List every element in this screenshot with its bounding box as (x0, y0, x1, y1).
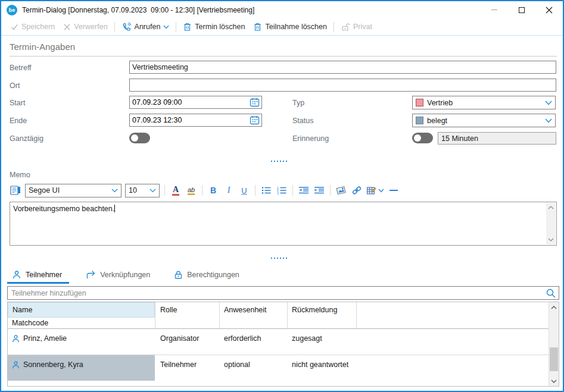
unlock-icon (341, 22, 350, 32)
trash-icon (253, 22, 262, 32)
type-color-swatch (416, 99, 423, 106)
close-button[interactable] (535, 1, 563, 18)
all-day-toggle[interactable] (129, 133, 150, 143)
scroll-up-button[interactable] (549, 302, 559, 312)
memo-label: Memo (10, 171, 30, 179)
toolbar-separator (292, 185, 293, 196)
chevron-down-icon (378, 189, 384, 193)
section-expander[interactable] (271, 161, 287, 162)
scrollbar-thumb[interactable] (550, 347, 558, 371)
delete-appointment-button[interactable]: Termin löschen (179, 20, 249, 34)
column-header-name[interactable]: Name (8, 302, 155, 318)
all-day-label: Ganztägig (10, 134, 43, 143)
calendar-icon[interactable] (250, 98, 260, 107)
memo-editor-icon[interactable] (10, 184, 21, 196)
font-family-select[interactable]: Segoe UI (25, 184, 121, 197)
minimize-button[interactable] (481, 1, 508, 18)
type-label: Typ (292, 99, 304, 107)
highlight-color-button[interactable]: ab (185, 184, 197, 197)
column-header-rueckmeldung[interactable]: Rückmeldung (292, 302, 337, 318)
tab-verknuepfungen-label: Verknüpfungen (100, 271, 150, 279)
numbered-list-button[interactable]: 123 (276, 184, 288, 197)
font-size-select[interactable]: 10 (125, 184, 160, 197)
start-input[interactable] (129, 96, 262, 109)
bold-icon: B (210, 186, 216, 195)
participant-row[interactable]: Prinz, Amelie Organisator erforderlich z… (8, 329, 549, 355)
highlight-icon: ab (188, 186, 195, 195)
scroll-down-button[interactable] (549, 376, 559, 386)
bold-button[interactable]: B (207, 184, 219, 197)
delete-appointment-label: Termin löschen (195, 23, 245, 31)
toolbar-separator (114, 22, 115, 32)
close-icon (546, 7, 553, 14)
location-label: Ort (10, 81, 20, 90)
end-input[interactable] (129, 114, 262, 127)
person-icon (11, 334, 20, 343)
chevron-up-icon (551, 306, 557, 309)
window-title: Termin-Dialog [Donnerstag, 07.09.2023 09… (22, 6, 254, 14)
maximize-button[interactable] (508, 1, 535, 18)
insert-image-button[interactable] (335, 184, 347, 197)
delete-participation-button[interactable]: Teilnahme löschen (249, 20, 331, 34)
horizontal-rule-button[interactable] (388, 184, 400, 197)
toolbar-separator (330, 185, 331, 196)
decrease-indent-button[interactable] (298, 184, 310, 197)
save-button[interactable]: Speichern (6, 20, 59, 34)
delete-participation-label: Teilnahme löschen (265, 23, 327, 31)
text-caret (114, 205, 115, 212)
memo-textarea[interactable]: Vorbereitungsmemo beachten. (10, 202, 557, 246)
participant-role: Organisator (160, 334, 199, 343)
insert-link-button[interactable] (351, 184, 363, 197)
discard-button[interactable]: Verwerfen (59, 20, 111, 34)
column-separator (155, 302, 155, 328)
reminder-label: Erinnerung (292, 134, 329, 143)
search-icon[interactable] (546, 288, 556, 299)
underline-icon: U (241, 186, 247, 195)
table-scrollbar[interactable] (549, 302, 559, 386)
underline-button[interactable]: U (238, 184, 250, 197)
call-button[interactable]: Anrufen (117, 20, 174, 34)
participant-row-selected[interactable]: Sonnenberg, Kyra Teilnehmer optional nic… (8, 355, 549, 381)
column-subheader-matchcode[interactable]: Matchcode (8, 318, 155, 328)
reminder-input (438, 132, 556, 145)
tab-verknuepfungen[interactable]: Verknüpfungen (83, 266, 152, 283)
italic-button[interactable]: I (223, 184, 235, 197)
font-color-button[interactable]: A (170, 184, 182, 197)
outdent-icon (298, 186, 309, 195)
memo-scrollbar[interactable] (546, 203, 556, 244)
participant-attendance: erforderlich (224, 334, 261, 343)
participant-search-input[interactable] (7, 286, 559, 300)
section-title: Termin-Angaben (10, 42, 557, 57)
x-icon (63, 23, 71, 31)
insert-table-button[interactable] (366, 184, 384, 197)
tab-berechtigungen[interactable]: Berechtigungen (172, 266, 242, 283)
status-value: belegt (427, 117, 447, 125)
participants-table: Name Rolle Anwesenheit Rückmeldung Match… (7, 302, 559, 387)
subject-label: Betreff (10, 64, 32, 72)
subject-input[interactable] (129, 61, 556, 74)
tab-teilnehmer[interactable]: Teilnehmer (10, 266, 64, 283)
reminder-toggle[interactable] (412, 133, 433, 143)
link-icon (351, 186, 362, 195)
scroll-down-button[interactable] (546, 235, 556, 244)
calendar-icon[interactable] (250, 115, 260, 125)
maximize-icon (519, 7, 525, 13)
scroll-up-button[interactable] (546, 203, 556, 212)
participant-search (7, 286, 559, 300)
type-dropdown[interactable]: Vertrieb (412, 96, 556, 109)
link-arrow-icon (86, 270, 96, 280)
increase-indent-button[interactable] (313, 184, 325, 197)
column-header-rolle[interactable]: Rolle (160, 302, 177, 318)
participant-reply: zugesagt (292, 334, 322, 343)
lower-tabs: Teilnehmer Verknüpfungen Berechtigungen (10, 266, 242, 283)
location-input[interactable] (129, 79, 556, 92)
status-dropdown[interactable]: belegt (412, 114, 556, 127)
private-button[interactable]: Privat (336, 20, 376, 34)
column-header-anwesenheit[interactable]: Anwesenheit (224, 302, 267, 318)
memo-text: Vorbereitungsmemo beachten. (13, 205, 115, 213)
participant-role: Teilnehmer (160, 360, 197, 369)
private-label: Privat (353, 23, 372, 31)
section-expander[interactable] (271, 258, 287, 259)
bullet-list-button[interactable] (260, 184, 272, 197)
toolbar-separator (202, 185, 202, 196)
